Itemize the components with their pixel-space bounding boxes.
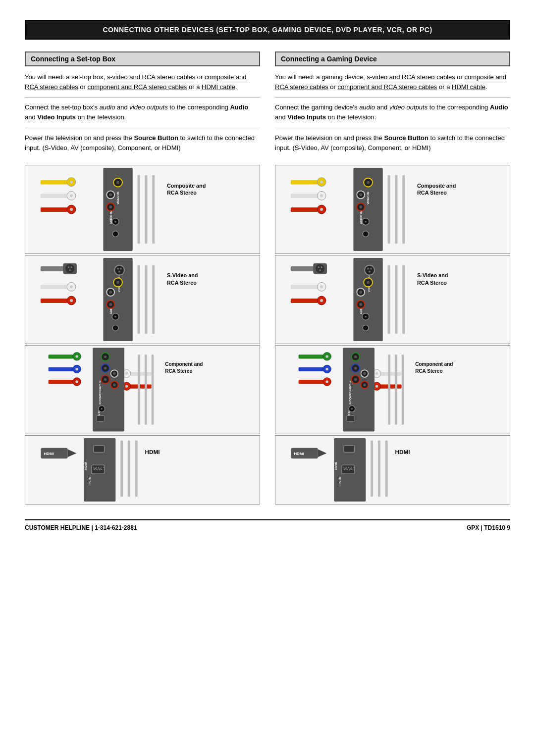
svg-text:HDMI: HDMI	[44, 452, 54, 456]
svg-point-96	[320, 299, 323, 302]
diagram-component-left: N COMPONENT IN LINE IN	[25, 345, 260, 434]
svg-point-120	[75, 355, 78, 357]
svg-marker-214	[318, 449, 327, 457]
diagram-section: AUDIO IN VIDEO IN	[25, 165, 510, 504]
svg-text:HDMI: HDMI	[294, 452, 304, 456]
svg-text:S-Video and: S-Video and	[417, 272, 448, 278]
svg-rect-80	[138, 265, 140, 334]
svg-rect-22	[145, 175, 147, 244]
svg-text:RCA Stereo: RCA Stereo	[415, 368, 442, 374]
svg-rect-154	[299, 354, 323, 358]
svg-point-2	[70, 180, 73, 183]
svg-point-224	[353, 467, 354, 468]
svg-point-89	[321, 266, 322, 268]
svg-point-142	[113, 372, 115, 375]
svg-rect-149	[138, 354, 140, 424]
svg-point-174	[354, 367, 357, 369]
diagram-row-svideo: AUDIO IN VIDEO IN S-VIDEO	[25, 255, 510, 344]
svg-point-79	[112, 325, 118, 331]
svg-point-183	[351, 408, 353, 410]
svg-point-70	[118, 270, 120, 272]
main-title: CONNECTING OTHER DEVICES (SET-TOP BOX, G…	[25, 20, 510, 40]
svg-point-222	[348, 467, 349, 468]
svg-text:RCA Stereo: RCA Stereo	[167, 190, 197, 196]
svg-point-8	[70, 208, 73, 211]
svg-point-144	[113, 384, 115, 386]
svg-point-225	[344, 469, 345, 470]
svg-point-223	[351, 467, 352, 468]
svg-rect-81	[145, 265, 147, 334]
svg-point-68	[117, 268, 119, 270]
svg-rect-21	[138, 175, 140, 244]
svg-point-198	[93, 467, 94, 468]
svg-rect-187	[402, 354, 404, 424]
svg-point-221	[346, 467, 347, 468]
svg-rect-32	[291, 207, 318, 212]
svg-rect-49	[402, 175, 405, 244]
svg-rect-210	[135, 441, 138, 497]
svg-point-43	[359, 205, 362, 208]
svg-rect-230	[371, 441, 373, 497]
svg-rect-82	[152, 265, 155, 334]
svg-point-54	[65, 264, 75, 274]
svg-rect-3	[41, 194, 67, 198]
svg-text:Composite and: Composite and	[417, 182, 456, 188]
diagram-row-component: N COMPONENT IN LINE IN	[25, 345, 510, 434]
svg-point-147	[101, 408, 103, 410]
svg-point-78	[114, 315, 116, 317]
svg-rect-151	[152, 354, 154, 424]
svg-rect-157	[299, 367, 323, 371]
footer-left: CUSTOMER HELPLINE | 1-314-621-2881	[25, 524, 137, 531]
svg-point-205	[99, 469, 100, 470]
svg-rect-209	[128, 441, 130, 497]
svg-rect-232	[385, 441, 388, 497]
svg-point-56	[71, 266, 72, 268]
diagram-composite-right: AUDIO IN VIDEO IN Composite and RCA Ster…	[275, 165, 510, 254]
left-para1: You will need: a set-top box, s-video an…	[25, 72, 260, 92]
svg-point-69	[120, 268, 122, 270]
svg-text:Component and: Component and	[415, 361, 453, 367]
svg-point-34	[320, 208, 323, 211]
svg-point-76	[109, 303, 112, 306]
svg-point-227	[349, 469, 350, 470]
svg-point-103	[369, 270, 371, 272]
svg-point-168	[375, 385, 378, 387]
svg-point-39	[367, 181, 370, 184]
svg-rect-115	[402, 265, 405, 334]
svg-text:PC IN: PC IN	[88, 477, 91, 485]
svg-text:N COMPONENT IN: N COMPONENT IN	[349, 380, 352, 404]
left-section: Connecting a Set-top Box You will need: …	[25, 51, 260, 158]
svg-rect-114	[395, 265, 397, 334]
svg-rect-6	[41, 207, 67, 212]
svg-rect-194	[94, 446, 105, 453]
svg-point-13	[116, 181, 119, 184]
svg-point-204	[97, 469, 98, 470]
svg-point-201	[101, 467, 102, 468]
svg-rect-26	[291, 180, 318, 185]
svg-rect-208	[120, 441, 123, 497]
diagram-component-right: N COMPONENT IN LINE IN Component and	[275, 345, 510, 434]
svg-point-107	[359, 291, 362, 294]
svg-point-74	[109, 291, 112, 294]
svg-point-200	[98, 467, 99, 468]
svg-text:RCA Stereo: RCA Stereo	[167, 280, 197, 286]
svg-point-203	[94, 469, 95, 470]
svg-text:N COMPONENT IN: N COMPONENT IN	[99, 380, 102, 404]
svg-point-111	[365, 315, 367, 317]
svg-point-138	[104, 367, 107, 369]
svg-point-172	[354, 355, 357, 358]
svg-text:RCA Stereo: RCA Stereo	[165, 368, 192, 374]
left-para2: Connect the set-top box's audio and vide…	[25, 102, 260, 122]
svg-point-15	[109, 193, 112, 196]
svg-point-156	[325, 355, 328, 357]
svg-text:HDMI: HDMI	[395, 449, 410, 455]
svg-rect-52	[41, 266, 65, 271]
svg-point-176	[354, 378, 357, 381]
left-section-title: Connecting a Set-top Box	[25, 51, 260, 66]
svg-text:VIDEO IN: VIDEO IN	[367, 192, 370, 204]
svg-text:HDMI: HDMI	[84, 462, 87, 469]
svg-text:VIDEO IN: VIDEO IN	[116, 192, 119, 204]
footer-right: GPX | TD1510 9	[467, 524, 510, 531]
svg-rect-29	[291, 194, 318, 198]
diagram-row-hdmi: HDMI HDMI PC IN	[25, 435, 510, 504]
